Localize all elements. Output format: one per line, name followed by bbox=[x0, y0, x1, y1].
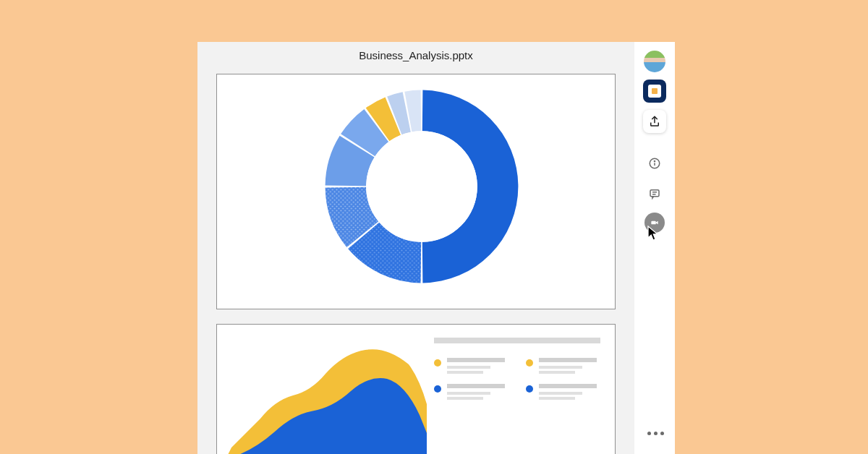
slide-1[interactable] bbox=[216, 74, 616, 309]
area-chart bbox=[224, 339, 427, 454]
info-button[interactable] bbox=[643, 152, 666, 175]
video-icon bbox=[650, 218, 660, 228]
filename-label: Business_Analysis.pptx bbox=[197, 49, 634, 61]
preview-pane: Business_Analysis.pptx bbox=[197, 42, 634, 454]
svg-rect-13 bbox=[651, 221, 655, 225]
video-button[interactable] bbox=[644, 213, 665, 233]
comment-icon bbox=[648, 187, 661, 200]
legend-item bbox=[434, 358, 509, 374]
user-avatar[interactable] bbox=[644, 51, 665, 72]
slide-2[interactable] bbox=[216, 324, 616, 454]
svg-point-6 bbox=[366, 131, 477, 242]
file-preview-window: Business_Analysis.pptx bbox=[197, 42, 675, 454]
legend-dot-icon bbox=[526, 359, 533, 367]
legend-dot-icon bbox=[434, 359, 441, 367]
legend-item bbox=[526, 384, 600, 400]
legend-item bbox=[434, 384, 509, 400]
comments-button[interactable] bbox=[643, 182, 666, 205]
right-sidebar bbox=[634, 42, 675, 454]
info-icon bbox=[648, 157, 661, 170]
svg-rect-10 bbox=[650, 190, 659, 197]
thumbnail-view-button[interactable] bbox=[643, 80, 666, 103]
svg-point-9 bbox=[654, 160, 655, 161]
more-button[interactable] bbox=[646, 432, 665, 435]
legend-dot-icon bbox=[526, 385, 533, 393]
thumbnail-icon bbox=[648, 85, 661, 98]
slide-2-legend bbox=[434, 338, 600, 453]
legend-dot-icon bbox=[434, 385, 441, 393]
share-button[interactable] bbox=[643, 110, 666, 133]
legend-item bbox=[526, 358, 600, 374]
donut-chart bbox=[317, 82, 527, 291]
share-icon bbox=[648, 115, 661, 128]
